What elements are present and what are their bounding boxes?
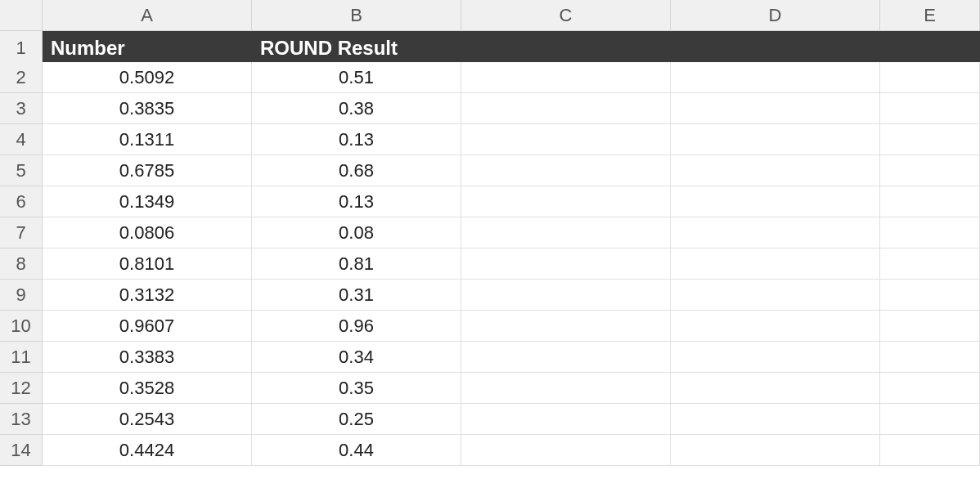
cell-A12[interactable]: 0.3528 — [43, 373, 252, 404]
cell-B9[interactable]: 0.31 — [252, 280, 461, 311]
cell-A7[interactable]: 0.0806 — [43, 217, 252, 248]
cell-C14[interactable] — [461, 435, 671, 466]
cell-B5[interactable]: 0.68 — [252, 155, 461, 186]
row-header-1[interactable]: 1 — [0, 31, 43, 65]
cell-E3[interactable] — [880, 93, 980, 124]
cell-D10[interactable] — [671, 311, 880, 342]
cell-D2[interactable] — [671, 62, 880, 93]
cell-E13[interactable] — [880, 404, 980, 435]
cell-E7[interactable] — [880, 217, 980, 248]
cell-C9[interactable] — [461, 280, 671, 311]
cell-C3[interactable] — [461, 93, 671, 124]
spreadsheet-grid[interactable]: A B C D E 1 Number ROUND Result 2 0.5092… — [0, 0, 980, 466]
col-header-A[interactable]: A — [43, 0, 252, 31]
cell-A8[interactable]: 0.8101 — [43, 248, 252, 280]
cell-D6[interactable] — [671, 186, 880, 217]
cell-A9[interactable]: 0.3132 — [43, 280, 252, 311]
cell-D4[interactable] — [671, 124, 880, 155]
cell-E10[interactable] — [880, 311, 980, 342]
cell-E2[interactable] — [880, 62, 980, 93]
cell-B1[interactable]: ROUND Result — [252, 31, 461, 65]
row-header-12[interactable]: 12 — [0, 373, 43, 404]
cell-D3[interactable] — [671, 93, 880, 124]
row-header-7[interactable]: 7 — [0, 217, 43, 248]
cell-B14[interactable]: 0.44 — [252, 435, 461, 466]
col-header-B[interactable]: B — [252, 0, 461, 31]
cell-E11[interactable] — [880, 342, 980, 373]
cell-C13[interactable] — [461, 404, 671, 435]
row-header-13[interactable]: 13 — [0, 404, 43, 435]
row-header-10[interactable]: 10 — [0, 311, 43, 342]
cell-B7[interactable]: 0.08 — [252, 217, 461, 248]
select-all-corner[interactable] — [0, 0, 43, 31]
cell-C11[interactable] — [461, 342, 671, 373]
cell-D5[interactable] — [671, 155, 880, 186]
cell-C6[interactable] — [461, 186, 671, 217]
row-header-9[interactable]: 9 — [0, 280, 43, 311]
cell-A11[interactable]: 0.3383 — [43, 342, 252, 373]
cell-E6[interactable] — [880, 186, 980, 217]
cell-D9[interactable] — [671, 280, 880, 311]
cell-D13[interactable] — [671, 404, 880, 435]
cell-E9[interactable] — [880, 280, 980, 311]
cell-A1[interactable]: Number — [43, 31, 252, 65]
cell-E8[interactable] — [880, 248, 980, 280]
col-header-E[interactable]: E — [880, 0, 980, 31]
cell-B6[interactable]: 0.13 — [252, 186, 461, 217]
cell-C12[interactable] — [461, 373, 671, 404]
cell-D8[interactable] — [671, 248, 880, 280]
cell-A13[interactable]: 0.2543 — [43, 404, 252, 435]
row-header-5[interactable]: 5 — [0, 155, 43, 186]
cell-B10[interactable]: 0.96 — [252, 311, 461, 342]
cell-C8[interactable] — [461, 248, 671, 280]
col-header-C[interactable]: C — [461, 0, 671, 31]
cell-B12[interactable]: 0.35 — [252, 373, 461, 404]
row-header-11[interactable]: 11 — [0, 342, 43, 373]
cell-E5[interactable] — [880, 155, 980, 186]
cell-A6[interactable]: 0.1349 — [43, 186, 252, 217]
cell-B3[interactable]: 0.38 — [252, 93, 461, 124]
cell-E1[interactable] — [880, 31, 980, 65]
cell-A4[interactable]: 0.1311 — [43, 124, 252, 155]
row-header-6[interactable]: 6 — [0, 186, 43, 217]
cell-A14[interactable]: 0.4424 — [43, 435, 252, 466]
cell-B11[interactable]: 0.34 — [252, 342, 461, 373]
cell-D14[interactable] — [671, 435, 880, 466]
cell-A3[interactable]: 0.3835 — [43, 93, 252, 124]
cell-C10[interactable] — [461, 311, 671, 342]
cell-E4[interactable] — [880, 124, 980, 155]
cell-B8[interactable]: 0.81 — [252, 248, 461, 280]
cell-A5[interactable]: 0.6785 — [43, 155, 252, 186]
cell-C5[interactable] — [461, 155, 671, 186]
row-header-8[interactable]: 8 — [0, 248, 43, 280]
row-header-3[interactable]: 3 — [0, 93, 43, 124]
row-header-14[interactable]: 14 — [0, 435, 43, 466]
col-header-D[interactable]: D — [671, 0, 880, 31]
row-header-4[interactable]: 4 — [0, 124, 43, 155]
cell-D1[interactable] — [671, 31, 880, 65]
cell-E12[interactable] — [880, 373, 980, 404]
cell-D12[interactable] — [671, 373, 880, 404]
cell-B2[interactable]: 0.51 — [252, 62, 461, 93]
cell-C1[interactable] — [461, 31, 671, 65]
cell-D7[interactable] — [671, 217, 880, 248]
cell-A10[interactable]: 0.9607 — [43, 311, 252, 342]
cell-B13[interactable]: 0.25 — [252, 404, 461, 435]
cell-B4[interactable]: 0.13 — [252, 124, 461, 155]
cell-C7[interactable] — [461, 217, 671, 248]
cell-D11[interactable] — [671, 342, 880, 373]
cell-C4[interactable] — [461, 124, 671, 155]
row-header-2[interactable]: 2 — [0, 62, 43, 93]
cell-C2[interactable] — [461, 62, 671, 93]
cell-E14[interactable] — [880, 435, 980, 466]
cell-A2[interactable]: 0.5092 — [43, 62, 252, 93]
